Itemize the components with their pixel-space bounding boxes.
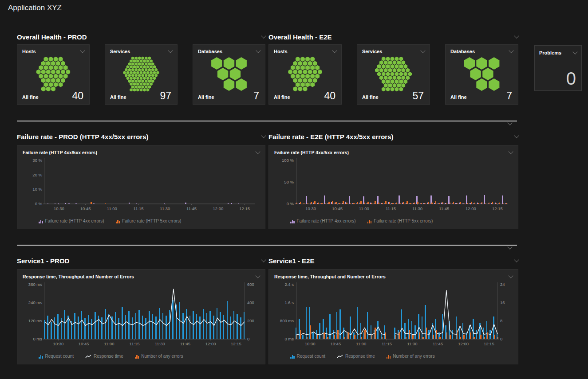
hexagon-healthy[interactable]	[41, 78, 46, 83]
hexagon-healthy[interactable]	[393, 83, 397, 88]
hexagon-healthy[interactable]	[217, 68, 228, 80]
hexagon-healthy[interactable]	[308, 61, 312, 66]
chevron-down-icon[interactable]	[256, 48, 260, 53]
health-tile-services-prod[interactable]: Services All fine 97	[105, 44, 178, 105]
hexagon-healthy[interactable]	[395, 64, 399, 69]
hexagon-healthy[interactable]	[476, 57, 487, 70]
hexagon-healthy[interactable]	[61, 70, 65, 74]
hexagon-healthy[interactable]	[143, 77, 146, 80]
hexagon-healthy[interactable]	[138, 63, 141, 66]
chart-canvas[interactable]: 0 ms120 ms240 ms360 ms020040060010:3010:…	[23, 280, 260, 350]
hexagon-healthy[interactable]	[141, 85, 144, 89]
hexagon-healthy[interactable]	[54, 65, 58, 70]
hexagon-healthy[interactable]	[397, 83, 401, 88]
hexagon-healthy[interactable]	[145, 68, 148, 72]
hexagon-healthy[interactable]	[130, 71, 133, 74]
chevron-down-icon[interactable]	[255, 273, 260, 278]
hexagon-healthy[interactable]	[384, 60, 388, 65]
hexagon-healthy[interactable]	[145, 63, 148, 66]
hexagon-healthy[interactable]	[406, 68, 410, 72]
health-tile-services-e2e[interactable]: Services All fine 57	[357, 44, 430, 105]
hexagon-healthy[interactable]	[379, 68, 383, 72]
hexagon-healthy[interactable]	[151, 74, 154, 77]
hexagon-healthy[interactable]	[44, 74, 48, 78]
hexagon-healthy[interactable]	[51, 61, 55, 66]
hexagon-healthy[interactable]	[143, 82, 146, 86]
hexagon-healthy[interactable]	[303, 61, 308, 66]
hexagon-healthy[interactable]	[140, 71, 143, 74]
chart-canvas[interactable]: 0 %50 %100 %10:3010:4511:0011:1511:3011:…	[274, 156, 513, 215]
hexagon-healthy[interactable]	[143, 65, 146, 69]
health-tile-databases-e2e[interactable]: Databases All fine 7	[445, 44, 518, 105]
hexagon-healthy[interactable]	[56, 61, 60, 66]
chart-canvas[interactable]: 0 ms800 ms1.6 s2.4 s08162410:3010:4511:0…	[274, 280, 513, 350]
hexagon-healthy[interactable]	[401, 60, 405, 65]
hexagon-healthy[interactable]	[59, 57, 63, 62]
hexagon-healthy[interactable]	[154, 74, 158, 77]
chevron-down-icon[interactable]	[508, 273, 513, 278]
hexagon-healthy[interactable]	[66, 70, 70, 74]
hexagon-healthy[interactable]	[138, 79, 141, 83]
hexagon-healthy[interactable]	[148, 68, 151, 72]
hexagon-healthy[interactable]	[391, 87, 395, 91]
hexagon-healthy[interactable]	[131, 79, 134, 83]
hexagon-healthy[interactable]	[291, 74, 295, 78]
problems-tile[interactable]: Problems 0	[534, 45, 582, 91]
hexagon-healthy[interactable]	[296, 82, 300, 87]
hexagon-healthy[interactable]	[140, 88, 143, 92]
hexagon-healthy[interactable]	[310, 65, 315, 70]
hexagon-healthy[interactable]	[126, 71, 130, 74]
hexagon-healthy[interactable]	[391, 72, 395, 76]
hexagon-healthy[interactable]	[133, 71, 136, 74]
chevron-down-icon[interactable]	[514, 257, 519, 262]
hexagon-healthy[interactable]	[148, 85, 151, 89]
chart-canvas[interactable]: 0 %10 %20 %30 %10:3010:4511:0011:1511:30…	[23, 156, 260, 215]
hexagon-healthy[interactable]	[153, 65, 156, 69]
hexagon-healthy[interactable]	[44, 57, 48, 62]
hexagon-healthy[interactable]	[135, 57, 138, 60]
chevron-down-icon[interactable]	[514, 33, 519, 38]
hexagon-healthy[interactable]	[391, 57, 395, 61]
hexagon-healthy[interactable]	[128, 63, 131, 66]
legend-item[interactable]: Request count	[290, 354, 325, 359]
hexagon-healthy[interactable]	[296, 74, 300, 78]
hexagon-healthy[interactable]	[151, 79, 154, 83]
hexagon-healthy[interactable]	[133, 59, 136, 63]
hexagon-healthy[interactable]	[46, 70, 51, 74]
hexagon-healthy[interactable]	[293, 86, 298, 91]
hexagon-healthy[interactable]	[51, 78, 55, 83]
hexagon-healthy[interactable]	[382, 72, 386, 76]
health-tile-hosts-prod[interactable]: Hosts All fine 40	[17, 44, 90, 105]
legend-item[interactable]: Response time	[85, 354, 123, 359]
hexagon-healthy[interactable]	[151, 63, 154, 66]
chevron-down-icon[interactable]	[168, 48, 173, 53]
hexagon-healthy[interactable]	[133, 82, 136, 86]
hexagon-healthy[interactable]	[130, 82, 133, 86]
hexagon-healthy[interactable]	[384, 76, 388, 80]
hexagon-healthy[interactable]	[150, 82, 153, 86]
hexagon-healthy[interactable]	[388, 68, 392, 72]
hexagon-healthy[interactable]	[146, 88, 150, 92]
hexagon-healthy[interactable]	[224, 78, 234, 91]
hexagon-healthy[interactable]	[293, 61, 298, 66]
hexagon-healthy[interactable]	[59, 65, 63, 70]
hexagon-healthy[interactable]	[130, 59, 133, 63]
hexagon-healthy[interactable]	[401, 76, 405, 80]
hexagon-healthy[interactable]	[408, 72, 412, 76]
hexagon-healthy[interactable]	[476, 78, 487, 91]
chevron-down-icon[interactable]	[507, 244, 512, 249]
hexagon-healthy[interactable]	[146, 77, 150, 80]
chevron-down-icon[interactable]	[332, 48, 337, 53]
hexagon-healthy[interactable]	[39, 65, 43, 70]
hexagon-healthy[interactable]	[391, 64, 395, 69]
hexagon-healthy[interactable]	[128, 74, 131, 77]
hexagon-healthy[interactable]	[305, 82, 310, 87]
hexagon-healthy[interactable]	[133, 65, 136, 69]
hexagon-healthy[interactable]	[482, 68, 493, 80]
hexagon-healthy[interactable]	[126, 65, 130, 69]
hexagon-healthy[interactable]	[379, 60, 383, 65]
hexagon-healthy[interactable]	[303, 78, 308, 83]
hexagon-healthy[interactable]	[133, 77, 136, 80]
hexagon-healthy[interactable]	[154, 68, 158, 72]
hexagon-healthy[interactable]	[148, 57, 151, 60]
